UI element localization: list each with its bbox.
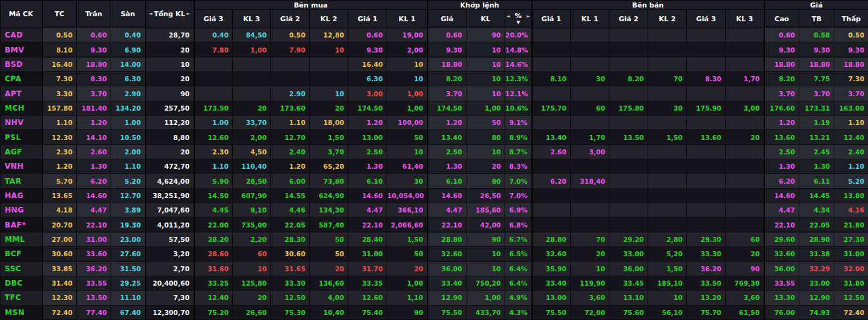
buy-vol-1-cell[interactable]: 50 [387,247,428,261]
match-vol-cell[interactable]: 10 [466,261,505,276]
sell-price-3-cell[interactable]: 8.30 [687,72,726,86]
sell-price-3-cell[interactable]: 13.60 [687,130,726,144]
match-pct-cell[interactable]: 8.3% [505,159,532,174]
high-cell[interactable]: 9.30 [764,42,799,57]
sell-vol-1-cell[interactable]: 1,70 [571,130,609,144]
high-cell[interactable]: 18.80 [764,57,799,71]
buy-price-3-cell[interactable]: 14.50 [194,188,233,202]
sell-price-1-cell[interactable]: 75.50 [532,305,571,319]
match-vol-cell[interactable]: 10 [466,86,505,101]
total-volume-cell[interactable]: 12,300,70 [145,305,194,319]
buy-price-1-cell[interactable]: 4.47 [348,203,387,218]
buy-price-2-cell[interactable]: 0.50 [271,28,310,42]
buy-price-2-cell[interactable]: 7.90 [271,42,310,57]
high-cell[interactable]: 4.47 [764,203,799,218]
buy-price-3-cell[interactable]: 31.60 [194,261,233,276]
match-price-cell[interactable]: 1.20 [428,116,466,130]
floor-cell[interactable]: 31.50 [111,261,145,276]
total-volume-cell[interactable]: 10 [145,57,194,71]
buy-price-2-cell[interactable]: 173.60 [271,101,310,115]
buy-price-3-cell[interactable]: 28.60 [194,247,233,261]
sell-price-2-cell[interactable]: 13.10 [609,291,648,305]
match-price-cell[interactable]: 33.40 [428,276,466,290]
low-cell[interactable]: 5.20 [834,174,868,188]
buy-vol-3-cell[interactable]: 60 [233,247,271,261]
total-volume-cell[interactable]: 2,70 [145,261,194,276]
col-header-buy-gia3[interactable]: Giá 3 [194,10,233,28]
match-pct-cell[interactable]: 7.0% [505,188,532,202]
ceiling-cell[interactable]: 77.40 [77,305,111,319]
sell-price-1-cell[interactable]: 13.00 [532,291,571,305]
buy-price-3-cell[interactable]: 22.00 [194,218,233,232]
buy-vol-1-cell[interactable]: 10 [387,72,428,86]
stock-code[interactable]: MSN [1,305,42,319]
avg-cell[interactable]: 12.90 [799,291,834,305]
ceiling-cell[interactable]: 9.30 [77,42,111,57]
buy-price-3-cell[interactable]: 2.30 [194,144,233,159]
match-pct-cell[interactable]: 6.4% [505,261,532,276]
stock-code[interactable]: AGF [1,144,42,159]
buy-price-3-cell[interactable]: 173.50 [194,101,233,115]
total-volume-cell[interactable]: 4,011,20 [145,218,194,232]
buy-vol-2-cell[interactable]: 136,60 [310,276,348,290]
match-pct-cell[interactable]: 6.5% [505,247,532,261]
low-cell[interactable]: 27.30 [834,232,868,246]
tc-cell[interactable]: 27.00 [42,232,77,246]
sell-price-2-cell[interactable]: 36.00 [609,261,648,276]
match-pct-cell[interactable]: 14.8% [505,42,532,57]
tc-cell[interactable]: 30.60 [42,247,77,261]
scroll-right-icon[interactable]: ► [526,14,530,19]
total-volume-cell[interactable]: 20 [145,72,194,86]
buy-vol-1-cell[interactable]: 1,10 [387,291,428,305]
sell-price-3-cell[interactable]: 33.50 [687,276,726,290]
match-vol-cell[interactable]: 20 [466,159,505,174]
match-price-cell[interactable]: 13.40 [428,130,466,144]
match-price-cell[interactable]: 36.00 [428,261,466,276]
ceiling-cell[interactable]: 33.60 [77,247,111,261]
sell-price-3-cell[interactable]: 13.20 [687,291,726,305]
high-cell[interactable]: 13.30 [764,291,799,305]
col-header-cao[interactable]: Cao [764,10,799,28]
sell-price-1-cell[interactable]: 28.80 [532,232,571,246]
buy-vol-2-cell[interactable]: 73,80 [310,174,348,188]
buy-price-3-cell[interactable]: 33.25 [194,276,233,290]
tc-cell[interactable]: 4.18 [42,203,77,218]
buy-vol-3-cell[interactable]: 2,20 [233,232,271,246]
col-header-ma-ck[interactable]: Mã CK [1,1,42,28]
total-volume-cell[interactable]: 20,400,60 [145,276,194,290]
stock-code[interactable]: BCF [1,247,42,261]
match-pct-cell[interactable]: 20.0% [505,28,532,42]
avg-cell[interactable]: 9.30 [799,42,834,57]
col-header-sell-gia1[interactable]: Giá 1 [532,10,571,28]
match-price-cell[interactable]: 8.20 [428,72,466,86]
sell-price-2-cell[interactable]: 8.20 [609,72,648,86]
stock-code[interactable]: MML [1,232,42,246]
col-header-match-gia[interactable]: Giá [428,10,466,28]
buy-price-1-cell[interactable]: 3.00 [348,86,387,101]
buy-vol-3-cell[interactable]: 28,50 [233,174,271,188]
high-cell[interactable]: 36.00 [764,261,799,276]
floor-cell[interactable]: 134.20 [111,101,145,115]
buy-price-1-cell[interactable]: 14.60 [348,188,387,202]
sell-vol-1-cell[interactable]: 3,00 [571,144,609,159]
buy-vol-3-cell[interactable]: 84,50 [233,28,271,42]
stock-code[interactable]: TAR [1,174,42,188]
floor-cell[interactable]: 29.25 [111,276,145,290]
total-volume-cell[interactable]: 472,70 [145,159,194,174]
buy-price-2-cell[interactable]: 30.60 [271,247,310,261]
buy-vol-1-cell[interactable]: 2,00 [387,42,428,57]
high-cell[interactable]: 76.00 [764,305,799,319]
ceiling-cell[interactable]: 8.30 [77,72,111,86]
stock-code[interactable]: TFC [1,291,42,305]
match-vol-cell[interactable]: 10 [466,247,505,261]
buy-price-1-cell[interactable]: 31.70 [348,261,387,276]
floor-cell[interactable]: 14.00 [111,57,145,71]
high-cell[interactable]: 6.20 [764,174,799,188]
tc-cell[interactable]: 0.50 [42,28,77,42]
sell-vol-2-cell[interactable]: 56,10 [648,305,687,319]
sell-vol-2-cell[interactable]: 30 [648,101,687,115]
buy-vol-1-cell[interactable]: 10 [387,144,428,159]
stock-code[interactable]: BSD [1,57,42,71]
match-price-cell[interactable]: 0.60 [428,28,466,42]
buy-vol-3-cell[interactable]: 1,00 [233,42,271,57]
